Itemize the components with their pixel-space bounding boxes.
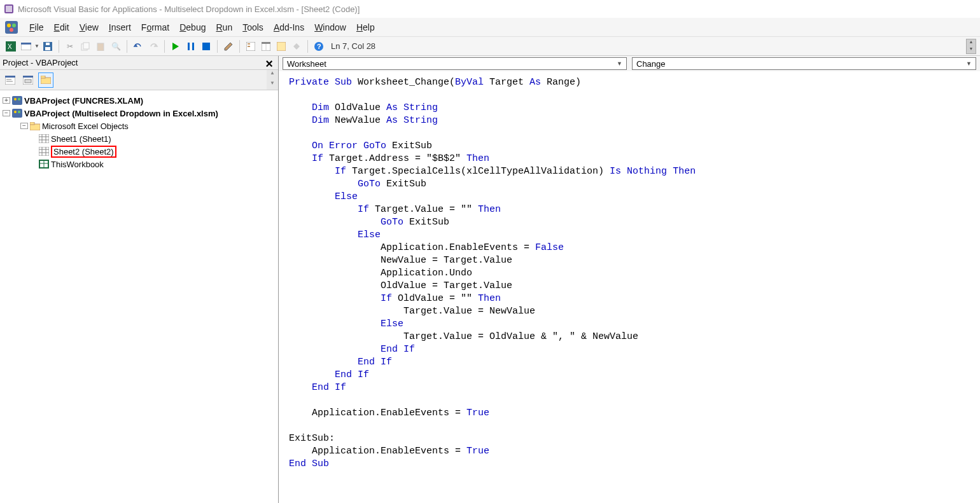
menu-format[interactable]: Format [136, 20, 174, 35]
svg-point-4 [12, 24, 16, 27]
menu-window[interactable]: Window [309, 20, 351, 35]
procedure-combo-value: Change [636, 59, 666, 69]
svg-point-41 [18, 98, 20, 100]
view-code-icon[interactable] [3, 72, 18, 88]
svg-marker-16 [172, 43, 179, 50]
find-icon[interactable]: 🔍 [109, 39, 123, 53]
menu-file[interactable]: File [24, 20, 49, 35]
svg-rect-42 [12, 109, 22, 118]
menu-tools[interactable]: Tools [237, 20, 269, 35]
tree-sheet1[interactable]: Sheet1 (Sheet1) [3, 132, 276, 145]
toolbar: X ▼ ✂ 🔍 ? Ln 7, Col 28 ▲▼ [0, 37, 980, 56]
menu-debug[interactable]: Debug [174, 20, 211, 35]
break-icon[interactable] [184, 39, 198, 53]
panel-scroll[interactable]: ▲▼ [267, 70, 278, 90]
vbaproject-icon [11, 108, 23, 118]
svg-rect-46 [30, 122, 34, 125]
view-object-icon[interactable] [20, 72, 36, 88]
svg-rect-17 [188, 43, 190, 50]
undo-icon[interactable] [131, 39, 145, 53]
run-icon[interactable] [169, 39, 183, 53]
menu-view[interactable]: View [74, 20, 104, 35]
collapse-icon[interactable]: − [20, 123, 28, 129]
code-combo-row: Worksheet ▼ Change ▼ [279, 56, 980, 71]
svg-rect-1 [6, 6, 12, 12]
cut-icon[interactable]: ✂ [63, 39, 77, 53]
tree-label-highlighted: Sheet2 (Sheet2) [51, 146, 116, 158]
save-icon[interactable] [41, 39, 55, 53]
svg-rect-19 [202, 43, 210, 50]
design-mode-icon[interactable] [221, 39, 235, 53]
svg-point-3 [7, 24, 11, 27]
menu-run[interactable]: Run [211, 20, 237, 35]
tree-project-multiselect[interactable]: − VBAProject (Multiselect Dropdown in Ex… [3, 107, 276, 120]
expand-icon[interactable]: + [3, 97, 10, 104]
code-editor-area: Worksheet ▼ Change ▼ Private Sub Workshe… [279, 56, 980, 503]
menu-help[interactable]: Help [351, 20, 380, 35]
svg-rect-39 [12, 96, 22, 105]
svg-marker-20 [225, 43, 232, 50]
project-explorer-icon[interactable] [244, 39, 258, 53]
svg-rect-35 [23, 76, 33, 78]
svg-rect-52 [39, 147, 49, 156]
tree-folder-excel-objects[interactable]: − Microsoft Excel Objects [3, 120, 276, 132]
toolbox-icon[interactable] [290, 39, 304, 53]
svg-point-44 [18, 111, 20, 113]
tree-label: Microsoft Excel Objects [42, 121, 129, 131]
procedure-combo[interactable]: Change ▼ [632, 57, 976, 70]
copy-icon[interactable] [78, 39, 92, 53]
reset-icon[interactable] [199, 39, 213, 53]
object-browser-icon[interactable] [274, 39, 288, 53]
svg-rect-12 [46, 43, 50, 45]
svg-rect-9 [21, 43, 31, 45]
svg-rect-23 [248, 46, 250, 47]
cursor-position: Ln 7, Col 28 [331, 41, 375, 51]
redo-icon[interactable] [146, 39, 160, 53]
paste-icon[interactable] [94, 39, 108, 53]
menubar: File Edit View Insert Format Debug Run T… [0, 18, 980, 37]
menu-addins[interactable]: Add-Ins [269, 20, 309, 35]
insert-userform-icon[interactable] [19, 39, 33, 53]
menu-insert[interactable]: Insert [104, 20, 136, 35]
help-icon[interactable]: ? [312, 39, 326, 53]
object-combo-value: Worksheet [287, 59, 326, 69]
svg-rect-38 [41, 76, 45, 78]
chevron-down-icon: ▼ [617, 60, 622, 67]
tree-label: VBAProject (Multiselect Dropdown in Exce… [24, 109, 218, 118]
properties-window-icon[interactable] [259, 39, 273, 53]
code-editor[interactable]: Private Sub Worksheet_Change(ByVal Targe… [279, 71, 980, 503]
window-title: Microsoft Visual Basic for Applications … [18, 4, 360, 14]
view-excel-icon[interactable]: X [4, 39, 18, 53]
project-tree: + VBAProject (FUNCRES.XLAM) − VBAProject… [0, 90, 278, 503]
svg-rect-14 [83, 43, 89, 49]
close-icon[interactable]: × [263, 57, 276, 69]
object-combo[interactable]: Worksheet ▼ [283, 57, 627, 70]
toggle-folders-icon[interactable] [38, 72, 53, 88]
titlebar: Microsoft Visual Basic for Applications … [0, 0, 980, 18]
chevron-down-icon: ▼ [966, 60, 972, 67]
svg-rect-15 [97, 43, 104, 51]
svg-text:X: X [8, 43, 12, 50]
tree-sheet2[interactable]: Sheet2 (Sheet2) [3, 145, 276, 158]
svg-rect-18 [192, 43, 194, 50]
worksheet-icon [38, 134, 50, 144]
svg-point-5 [10, 28, 13, 32]
svg-rect-25 [262, 42, 270, 44]
project-panel-header: Project - VBAProject × [0, 56, 278, 70]
collapse-icon[interactable]: − [3, 110, 10, 116]
insert-dropdown-icon[interactable]: ▼ [34, 43, 39, 49]
project-panel-title: Project - VBAProject [3, 58, 78, 67]
tree-label: ThisWorkbook [51, 160, 104, 169]
vbaproject-icon [11, 95, 23, 106]
svg-rect-22 [248, 43, 250, 45]
tree-thisworkbook[interactable]: ThisWorkbook [3, 158, 276, 170]
project-panel-toolbar: ▲▼ [0, 70, 278, 90]
tree-project-funcres[interactable]: + VBAProject (FUNCRES.XLAM) [3, 94, 276, 107]
menu-edit[interactable]: Edit [49, 20, 74, 35]
tree-label: Sheet1 (Sheet1) [51, 134, 111, 144]
toolbar-scroll[interactable]: ▲▼ [966, 39, 976, 54]
vba-logo-icon [4, 20, 19, 35]
svg-rect-31 [5, 76, 15, 78]
workbook-icon [38, 159, 50, 169]
svg-rect-27 [277, 42, 286, 51]
